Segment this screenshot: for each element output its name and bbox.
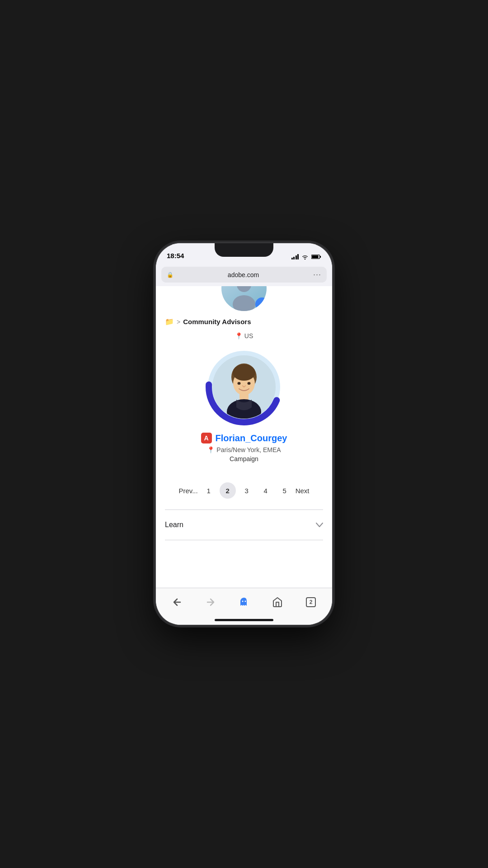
profile-location: 📍 Paris/New York, EMEA [207,446,281,453]
phone-frame: 18:54 [156,243,332,625]
svg-rect-1 [320,256,321,258]
partial-avatar-circle [221,286,267,311]
avatar-photo-inner [212,355,276,419]
partial-avatar [221,286,267,311]
profile-location-pin: 📍 [207,446,215,453]
folder-icon: 📁 [165,317,174,326]
battery-icon [311,254,321,259]
profile-card: A Florian_Courgey 📍 Paris/New York, EMEA… [156,349,332,472]
lock-icon: 🔒 [167,272,174,278]
wifi-icon [301,254,309,259]
profile-name-row: A Florian_Courgey [201,433,287,443]
pagination-page-2[interactable]: 2 [220,482,236,499]
svg-point-8 [233,364,255,381]
page-content: 📁 > Community Advisors 📍 US [156,286,332,588]
breadcrumb-text: Community Advisors [183,318,251,326]
svg-point-4 [233,295,255,311]
learn-section[interactable]: Learn [156,514,332,536]
breadcrumb-separator: > [177,318,180,326]
svg-rect-2 [312,255,318,258]
status-icons [291,254,322,259]
more-button[interactable]: ··· [313,270,321,279]
browser-chrome: 🔒 adobe.com ··· [156,263,332,286]
profile-location-text: Paris/New York, EMEA [216,446,281,453]
chevron-down-icon [316,521,323,529]
svg-point-14 [245,600,246,602]
divider-2 [165,540,323,540]
svg-point-3 [237,286,251,292]
top-location-row: 📍 US [156,330,332,349]
pagination-next[interactable]: Next [296,487,310,495]
pagination: Prev... 1 2 3 4 5 Next [156,472,332,506]
profile-specialty: Campaign [230,455,258,462]
phone-screen: 18:54 [156,243,332,625]
signal-icon [291,254,299,259]
svg-point-13 [242,600,244,602]
pagination-prev[interactable]: Prev... [178,487,197,495]
address-bar[interactable]: 🔒 adobe.com ··· [161,267,327,283]
svg-point-12 [248,382,251,385]
avatar-photo [212,355,276,419]
learn-label: Learn [165,521,183,529]
home-button[interactable] [267,592,287,612]
tabs-button[interactable]: 2 [301,592,321,612]
partial-person-svg [228,286,260,311]
breadcrumb: 📁 > Community Advisors [156,311,332,330]
pagination-page-4[interactable]: 4 [258,482,274,499]
top-location-text: US [244,332,253,340]
ghost-button[interactable] [234,592,254,612]
url-text: adobe.com [176,271,310,278]
home-indicator [215,619,273,621]
partial-avatar-container [156,286,332,311]
pagination-page-1[interactable]: 1 [201,482,217,499]
notch [215,243,273,257]
svg-point-11 [238,382,241,385]
pagination-page-5[interactable]: 5 [277,482,293,499]
adobe-badge: A [201,433,212,443]
pagination-page-3[interactable]: 3 [239,482,255,499]
ghost-icon [239,597,249,608]
tab-count: 2 [310,599,313,605]
profile-name[interactable]: Florian_Courgey [216,433,287,443]
adobe-badge-text: A [204,434,208,442]
back-button[interactable] [167,592,187,612]
status-time: 18:54 [167,252,184,259]
forward-button[interactable] [201,592,221,612]
divider-1 [165,509,323,510]
avatar-wrapper [206,349,282,425]
top-location-pin: 📍 [235,332,243,340]
blue-accent [255,297,267,311]
person-svg [219,360,269,419]
